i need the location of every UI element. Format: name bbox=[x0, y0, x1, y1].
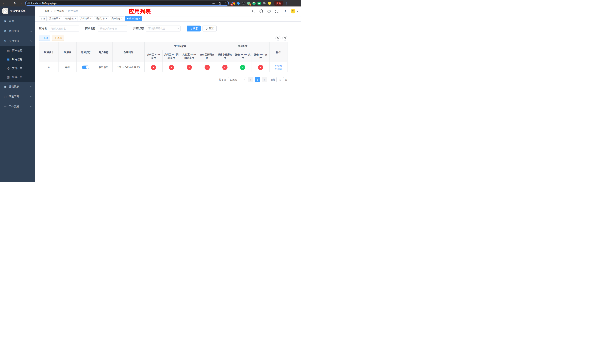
plus-icon: + bbox=[41, 37, 43, 39]
sidebar-toggle-icon[interactable] bbox=[35, 7, 44, 16]
extension-icon-mosaic[interactable]: 10 bbox=[231, 1, 235, 5]
wechat-mini-status-icon: × bbox=[222, 65, 227, 70]
breadcrumb-separator: / bbox=[51, 10, 52, 13]
app-name-label: 应用名 bbox=[39, 27, 47, 30]
sidebar-item-workflow[interactable]: ▭ 工作流程 bbox=[0, 102, 35, 112]
url-text: localhost:1024/pay/app bbox=[31, 2, 210, 5]
sidebar-item-refund-order[interactable]: ▥ 退款订单 bbox=[0, 73, 35, 82]
close-icon[interactable]: × bbox=[75, 18, 76, 20]
yen-icon: ¥ bbox=[4, 40, 7, 43]
tab-process-form[interactable]: 流程表单× bbox=[48, 16, 62, 21]
sidebar-logo[interactable]: 芋道管理系统 bbox=[0, 7, 35, 16]
col-alipay-pc: 支付宝 PC 网站支付 bbox=[162, 50, 180, 62]
back-button[interactable]: ← bbox=[1, 1, 6, 6]
breadcrumb-section[interactable]: 支付管理 bbox=[54, 10, 64, 13]
close-icon[interactable]: × bbox=[90, 18, 92, 20]
pagination-total: 共 1 条 bbox=[219, 78, 226, 81]
search-icon[interactable] bbox=[251, 9, 256, 13]
extension-badge: 1 bbox=[249, 3, 252, 6]
tab-user-group[interactable]: 用户分组× bbox=[63, 16, 78, 21]
extension-icon-emoji[interactable] bbox=[268, 1, 271, 5]
cell-status bbox=[77, 62, 95, 72]
extension-icon-vue[interactable]: V bbox=[252, 1, 256, 5]
alipay-wap-status-icon: × bbox=[187, 65, 192, 70]
tab-home[interactable]: 首页 bbox=[39, 16, 47, 21]
prev-page-button[interactable]: ‹ bbox=[248, 77, 253, 82]
close-icon[interactable]: × bbox=[106, 18, 107, 20]
col-app-id: 应用编号 bbox=[39, 43, 59, 62]
close-icon[interactable]: × bbox=[139, 18, 140, 20]
sidebar-item-infrastructure[interactable]: ▣ 基础设施 bbox=[0, 82, 35, 92]
address-bar[interactable]: ⓘ localhost:1024/pay/app ☆ bbox=[25, 1, 229, 6]
tab-pay-order[interactable]: 支付订单× bbox=[79, 16, 93, 21]
password-key-icon[interactable] bbox=[212, 1, 216, 5]
search-button[interactable]: 搜索 bbox=[187, 26, 201, 32]
table-toolbar: + 新增 导出 bbox=[39, 36, 287, 41]
goto-label: 前往 bbox=[270, 78, 275, 81]
browser-menu-icon[interactable]: ⋮ bbox=[284, 1, 289, 5]
toggle-search-button[interactable] bbox=[275, 36, 280, 41]
forward-button[interactable]: → bbox=[7, 1, 12, 6]
extension-icon-dark[interactable] bbox=[242, 1, 245, 5]
wechat-app-status-icon: × bbox=[258, 65, 263, 70]
add-button[interactable]: + 新增 bbox=[39, 36, 50, 41]
sidebar-item-devtools[interactable]: ▢ 研发工具 bbox=[0, 92, 35, 102]
page-size-select[interactable]: 10条/页 bbox=[228, 77, 246, 82]
fullscreen-icon[interactable] bbox=[275, 9, 279, 13]
merchant-name-input[interactable] bbox=[98, 26, 127, 32]
edit-link[interactable]: 修改 bbox=[275, 64, 282, 67]
help-icon[interactable]: ? bbox=[267, 9, 271, 13]
next-page-button[interactable]: › bbox=[262, 77, 267, 82]
extension-badge: 10 bbox=[230, 3, 234, 6]
user-avatar[interactable] bbox=[290, 8, 298, 14]
bookmark-star-icon[interactable]: ☆ bbox=[224, 2, 226, 5]
page-number-active[interactable]: 1 bbox=[255, 77, 260, 82]
breadcrumb-home[interactable]: 首页 bbox=[44, 10, 50, 13]
close-icon[interactable]: × bbox=[59, 18, 61, 20]
sidebar-menu: ◉ 首页 ⚙ 系统管理 ¥ 支付管理 ▤ 商户信息 ▦ 应用信息 ◎ 支付订单 bbox=[0, 16, 35, 112]
site-info-icon[interactable]: ⓘ bbox=[27, 2, 30, 5]
tab-app-info[interactable]: 应用信息× bbox=[125, 16, 142, 21]
app-grid-icon: ▦ bbox=[7, 58, 10, 61]
sidebar-item-payment[interactable]: ¥ 支付管理 bbox=[0, 36, 35, 46]
close-icon[interactable]: × bbox=[121, 18, 123, 20]
github-icon[interactable] bbox=[259, 9, 263, 13]
extension-icon-wechat[interactable] bbox=[257, 1, 261, 5]
pagination: 共 1 条 10条/页 ‹ 1 › 前往 页 bbox=[39, 77, 287, 82]
sidebar-item-system[interactable]: ⚙ 系统管理 bbox=[0, 26, 35, 36]
home-button[interactable]: ⌂ bbox=[18, 1, 23, 6]
top-navbar: 首页 / 支付管理 / 应用信息 应用列表 ? TT bbox=[35, 7, 301, 16]
extensions-puzzle-icon[interactable] bbox=[262, 1, 266, 5]
app-name-input[interactable] bbox=[49, 26, 79, 32]
alipay-qr-status-icon: × bbox=[204, 65, 210, 70]
font-size-icon[interactable]: TT bbox=[282, 9, 287, 13]
export-button[interactable]: 导出 bbox=[52, 36, 64, 41]
cell-created: 2021-10-23 08:49:25 bbox=[113, 62, 145, 72]
table-row: 6 芋道 芋道源码 2021-10-23 08:49:25 × × × × × … bbox=[39, 62, 288, 72]
tab-merchant-info[interactable]: 商户信息× bbox=[110, 16, 124, 21]
browser-chrome: ← → ↻ ⌂ ⓘ localhost:1024/pay/app ☆ 10 1 … bbox=[0, 0, 301, 7]
refresh-button[interactable] bbox=[282, 36, 287, 41]
reload-button[interactable]: ↻ bbox=[13, 1, 17, 6]
page-title: 应用列表 bbox=[129, 8, 151, 15]
col-group-alipay: 支付宝配置 bbox=[145, 43, 216, 50]
extension-icon-gem[interactable] bbox=[236, 1, 240, 5]
status-toggle[interactable] bbox=[82, 65, 89, 69]
reset-button[interactable]: 重置 bbox=[203, 26, 216, 32]
breadcrumb-separator: / bbox=[66, 10, 66, 13]
sidebar-item-pay-order[interactable]: ◎ 支付订单 bbox=[0, 64, 35, 73]
tab-refund-order[interactable]: 退款订单× bbox=[94, 16, 109, 21]
share-icon[interactable] bbox=[218, 1, 222, 5]
col-wechat-jsapi: 微信 JSAPI 支付 bbox=[234, 50, 252, 62]
sidebar-item-app-info[interactable]: ▦ 应用信息 bbox=[0, 55, 35, 64]
goto-page-input[interactable] bbox=[276, 77, 284, 82]
col-wechat-app: 微信 APP 支付 bbox=[252, 50, 269, 62]
sidebar-item-home[interactable]: ◉ 首页 bbox=[0, 16, 35, 26]
status-select[interactable]: 请选择开启状态 bbox=[146, 26, 181, 32]
sidebar-item-merchant-info[interactable]: ▤ 商户信息 bbox=[0, 46, 35, 55]
delete-link[interactable]: 删除 bbox=[275, 67, 282, 71]
sidebar: 芋道管理系统 ◉ 首页 ⚙ 系统管理 ¥ 支付管理 ▤ 商户信息 ▦ 应用信息 bbox=[0, 7, 35, 182]
dashboard-icon: ◉ bbox=[4, 20, 7, 23]
extension-icon-avatar[interactable]: 1 bbox=[247, 1, 250, 5]
chrome-update-button[interactable]: 更新 bbox=[274, 1, 283, 6]
